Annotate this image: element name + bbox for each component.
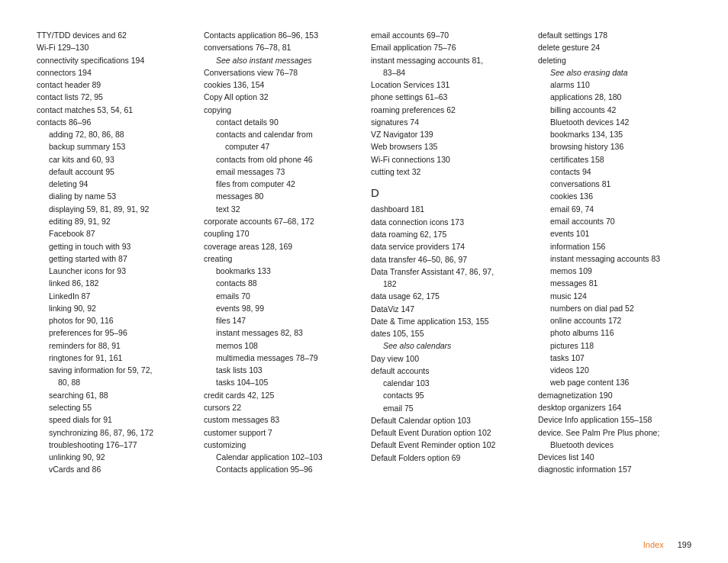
index-page: TTY/TDD devices and 62Wi-Fi 129–130conne… <box>0 0 728 563</box>
index-entry: photos for 90, 116 <box>37 314 190 327</box>
index-entry: 182 <box>371 278 524 290</box>
index-entry: contact matches 53, 54, 61 <box>37 104 190 116</box>
index-entry: dialing by name 53 <box>37 190 190 202</box>
index-entry: email 75 <box>371 402 524 414</box>
index-entry: linking 90, 92 <box>37 302 190 314</box>
index-entry: VZ Navigator 139 <box>371 128 524 140</box>
index-entry: text 32 <box>204 203 357 215</box>
index-entry: files from computer 42 <box>204 178 357 190</box>
index-entry: Date & Time application 153, 155 <box>371 315 524 327</box>
index-entry: customizing <box>204 439 357 451</box>
index-entry: Bluetooth devices <box>538 439 691 451</box>
index-entry: task lists 103 <box>204 364 357 376</box>
index-entry: selecting 55 <box>37 401 190 413</box>
index-entry: deleting <box>538 54 691 66</box>
index-entry: demagnetization 190 <box>538 389 691 401</box>
index-entry: email accounts 69–70 <box>371 29 524 41</box>
index-entry: contacts 94 <box>538 166 691 178</box>
index-entry: Facebook 87 <box>37 227 190 240</box>
index-entry: contact details 90 <box>204 116 357 128</box>
index-entry: Contacts application 95–96 <box>204 463 357 475</box>
index-entry: computer 47 <box>204 140 357 153</box>
index-entry: tasks 107 <box>538 352 691 364</box>
index-entry: vCards and 86 <box>37 463 190 475</box>
index-entry: roaming preferences 62 <box>371 104 524 116</box>
index-entry: Devices list 140 <box>538 451 691 463</box>
index-entry: numbers on dial pad 52 <box>538 302 691 314</box>
index-entry: photo albums 116 <box>538 327 691 339</box>
index-entry: messages 81 <box>538 277 691 289</box>
column-2: Contacts application 86–96, 153conversat… <box>204 29 371 542</box>
index-entry: Device Info application 155–158 <box>538 413 691 426</box>
index-entry: events 101 <box>538 227 691 240</box>
index-entry: unlinking 90, 92 <box>37 451 190 463</box>
index-entry: diagnostic information 157 <box>538 463 691 475</box>
index-entry: data roaming 62, 175 <box>371 228 524 240</box>
index-entry: contacts 86–96 <box>37 116 190 128</box>
index-entry: coverage areas 128, 169 <box>204 240 357 253</box>
index-entry: car kits and 60, 93 <box>37 153 190 166</box>
index-entry: searching 61, 88 <box>37 389 190 401</box>
index-entry: cursors 22 <box>204 401 357 413</box>
index-entry: emails 70 <box>204 290 357 302</box>
index-entry: cookies 136, 154 <box>204 79 357 91</box>
index-entry: tasks 104–105 <box>204 376 357 388</box>
column-1: TTY/TDD devices and 62Wi-Fi 129–130conne… <box>37 29 204 542</box>
index-entry: backup summary 153 <box>37 140 190 153</box>
index-entry: billing accounts 42 <box>538 104 691 116</box>
index-entry: applications 28, 180 <box>538 91 691 103</box>
index-entry: default settings 178 <box>538 29 691 41</box>
index-entry: phone settings 61–63 <box>371 91 524 103</box>
index-entry: Default Event Reminder option 102 <box>371 439 524 451</box>
index-entry: Email application 75–76 <box>371 41 524 53</box>
column-3: email accounts 69–70Email application 75… <box>371 29 538 542</box>
index-entry: data transfer 46–50, 86, 97 <box>371 253 524 265</box>
index-entry: contacts and calendar from <box>204 128 357 140</box>
index-entry: email accounts 70 <box>538 215 691 227</box>
index-entry: 80, 88 <box>37 376 190 388</box>
index-entry: data usage 62, 175 <box>371 290 524 302</box>
content-columns: TTY/TDD devices and 62Wi-Fi 129–130conne… <box>37 29 691 542</box>
index-entry: certificates 158 <box>538 153 691 166</box>
index-entry: See also calendars <box>371 339 524 352</box>
index-entry: getting started with 87 <box>37 253 190 265</box>
index-entry: events 98, 99 <box>204 302 357 314</box>
index-entry: ringtones for 91, 161 <box>37 352 190 364</box>
index-entry: connectivity specifications 194 <box>37 54 190 66</box>
index-entry: speed dials for 91 <box>37 413 190 426</box>
index-entry: displaying 59, 81, 89, 91, 92 <box>37 203 190 215</box>
index-entry: 83–84 <box>371 66 524 79</box>
index-entry: email messages 73 <box>204 166 357 178</box>
index-entry: instant messaging accounts 83 <box>538 253 691 265</box>
index-entry: device. See Palm Pre Plus phone; <box>538 426 691 439</box>
index-entry: cookies 136 <box>538 190 691 202</box>
index-entry: files 147 <box>204 314 357 327</box>
index-entry: linked 86, 182 <box>37 277 190 289</box>
index-entry: information 156 <box>538 240 691 253</box>
index-entry: Conversations view 76–78 <box>204 66 357 79</box>
index-entry: See also erasing data <box>538 66 691 79</box>
index-entry: cutting text 32 <box>371 166 524 178</box>
index-entry: Copy All option 32 <box>204 91 357 103</box>
index-entry: contact header 89 <box>37 79 190 91</box>
index-entry: music 124 <box>538 290 691 302</box>
index-entry: Day view 100 <box>371 352 524 365</box>
index-entry: connectors 194 <box>37 66 190 79</box>
index-entry: data service providers 174 <box>371 240 524 253</box>
index-entry: delete gesture 24 <box>538 41 691 53</box>
index-entry: Default Event Duration option 102 <box>371 426 524 439</box>
index-entry: creating <box>204 253 357 265</box>
index-entry: contact lists 72, 95 <box>37 91 190 103</box>
index-entry: Web browsers 135 <box>371 140 524 153</box>
index-entry: bookmarks 133 <box>204 265 357 277</box>
index-entry: editing 89, 91, 92 <box>37 215 190 227</box>
index-entry: synchronizing 86, 87, 96, 172 <box>37 426 190 439</box>
index-entry: conversations 81 <box>538 178 691 190</box>
index-entry: Default Folders option 69 <box>371 452 524 464</box>
index-entry: TTY/TDD devices and 62 <box>37 29 190 41</box>
index-entry: email 69, 74 <box>538 203 691 215</box>
footer-index-label: Index <box>643 540 664 549</box>
index-entry: Location Services 131 <box>371 79 524 91</box>
index-entry: bookmarks 134, 135 <box>538 128 691 140</box>
index-entry: Contacts application 86–96, 153 <box>204 29 357 41</box>
